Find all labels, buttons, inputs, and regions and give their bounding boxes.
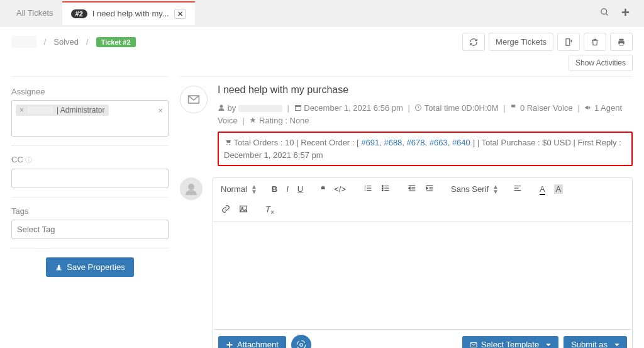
breadcrumb-ticket-badge: Ticket #2 bbox=[96, 37, 136, 47]
search-icon[interactable] bbox=[600, 8, 609, 19]
reply-editor: Normal ▲▼ B I U ❝ </> 123 bbox=[213, 177, 633, 348]
order-link[interactable]: #640 bbox=[452, 138, 470, 147]
indent-button[interactable] bbox=[422, 182, 437, 196]
svg-rect-3 bbox=[622, 11, 629, 13]
flag-icon bbox=[510, 104, 518, 111]
editor-body[interactable] bbox=[213, 222, 632, 329]
ai-assist-button[interactable] bbox=[291, 335, 311, 348]
close-tab-icon[interactable]: ✕ bbox=[174, 9, 186, 19]
svg-rect-39 bbox=[240, 206, 247, 212]
bold-button[interactable]: B bbox=[269, 182, 280, 196]
ticket-meta: by | December 1, 2021 6:56 pm | Total ti… bbox=[218, 102, 633, 126]
breadcrumb-root[interactable] bbox=[11, 36, 36, 48]
breadcrumb-separator: / bbox=[86, 37, 89, 47]
svg-rect-42 bbox=[227, 344, 233, 345]
svg-rect-8 bbox=[56, 269, 62, 270]
quote-button[interactable]: ❝ bbox=[318, 182, 328, 196]
link-button[interactable] bbox=[218, 203, 233, 217]
tab-active-ticket[interactable]: #2 I need help with my... ✕ bbox=[62, 1, 195, 25]
svg-text:3: 3 bbox=[364, 189, 366, 192]
print-button[interactable] bbox=[610, 33, 633, 51]
save-properties-button[interactable]: Save Properties bbox=[46, 257, 134, 277]
cc-input[interactable] bbox=[11, 169, 169, 188]
ticket-content: I need help with my purchase by | Decemb… bbox=[180, 76, 633, 348]
tags-label: Tags bbox=[11, 206, 169, 216]
sidebar: Assignee × | Administrator × CC ⓘ Tags S… bbox=[11, 76, 169, 348]
background-color-button[interactable]: A bbox=[551, 182, 567, 196]
delete-button[interactable] bbox=[584, 33, 606, 51]
svg-point-15 bbox=[188, 184, 194, 190]
svg-point-25 bbox=[382, 186, 383, 187]
clear-assignee-icon[interactable]: × bbox=[158, 106, 163, 115]
divider bbox=[11, 197, 169, 198]
svg-point-9 bbox=[220, 105, 223, 108]
svg-point-13 bbox=[226, 144, 228, 145]
outdent-button[interactable] bbox=[404, 182, 419, 196]
align-button[interactable] bbox=[510, 182, 525, 196]
underline-button[interactable]: U bbox=[294, 182, 306, 196]
picker-arrows-icon: ▲▼ bbox=[251, 184, 257, 194]
show-activities-button[interactable]: Show Activities bbox=[569, 55, 633, 71]
tags-input[interactable] bbox=[11, 220, 169, 239]
order-link[interactable]: #691 bbox=[361, 138, 379, 147]
submit-as-button[interactable]: Submit as bbox=[564, 336, 627, 348]
tab-all-tickets[interactable]: All Tickets bbox=[8, 2, 62, 24]
order-link[interactable]: #678 bbox=[407, 138, 425, 147]
add-icon[interactable] bbox=[621, 8, 630, 19]
star-icon bbox=[249, 116, 257, 124]
ticket-number-badge: #2 bbox=[71, 9, 87, 18]
picker-arrows-icon: ▲▼ bbox=[492, 184, 499, 194]
remove-chip-icon[interactable]: × bbox=[19, 106, 24, 115]
breadcrumb-status[interactable]: Solved bbox=[53, 37, 79, 47]
tab-label: I need help with my... bbox=[92, 9, 169, 18]
heading-picker[interactable]: Normal bbox=[218, 183, 250, 195]
reply-avatar bbox=[180, 177, 203, 200]
editor-footer: Attachment Select Template Submit as bbox=[213, 329, 632, 348]
breadcrumb-separator: / bbox=[44, 37, 47, 47]
select-template-button[interactable]: Select Template bbox=[462, 336, 558, 348]
editor-toolbar: Normal ▲▼ B I U ❝ </> 123 bbox=[213, 178, 632, 222]
svg-point-26 bbox=[382, 188, 383, 189]
info-icon: ⓘ bbox=[25, 156, 32, 164]
assignee-select[interactable]: × | Administrator × bbox=[11, 100, 169, 137]
ticket-title: I need help with my purchase bbox=[218, 84, 633, 96]
ordered-list-button[interactable]: 123 bbox=[360, 182, 375, 196]
toolbar: / Solved / Ticket #2 Merge Tickets bbox=[0, 26, 644, 57]
code-button[interactable]: </> bbox=[331, 182, 349, 196]
svg-rect-4 bbox=[566, 38, 570, 45]
orders-info-box: Total Orders : 10 | Recent Order : [ #69… bbox=[218, 132, 633, 166]
text-color-button[interactable]: A bbox=[536, 182, 548, 196]
clock-icon bbox=[414, 104, 422, 111]
cart-icon bbox=[224, 138, 231, 146]
svg-point-27 bbox=[382, 190, 383, 191]
svg-point-0 bbox=[601, 8, 607, 14]
image-button[interactable] bbox=[236, 203, 251, 217]
svg-rect-5 bbox=[619, 38, 624, 40]
megaphone-icon bbox=[584, 104, 592, 111]
svg-line-1 bbox=[606, 13, 608, 15]
envelope-icon bbox=[180, 86, 208, 113]
attachment-button[interactable]: Attachment bbox=[218, 336, 286, 348]
clone-button[interactable] bbox=[557, 33, 580, 51]
svg-point-43 bbox=[300, 343, 303, 346]
order-link[interactable]: #663 bbox=[430, 138, 448, 147]
clear-format-button[interactable]: T× bbox=[262, 203, 277, 218]
cc-label: CC ⓘ bbox=[11, 155, 169, 165]
assignee-label: Assignee bbox=[11, 87, 169, 96]
assignee-chip-label: | Administrator bbox=[57, 106, 104, 115]
tab-bar: All Tickets #2 I need help with my... ✕ bbox=[0, 0, 644, 26]
svg-rect-7 bbox=[619, 43, 623, 45]
font-picker[interactable]: Sans Serif bbox=[448, 183, 491, 195]
divider bbox=[11, 145, 169, 146]
italic-button[interactable]: I bbox=[283, 182, 292, 196]
refresh-button[interactable] bbox=[462, 33, 485, 51]
assignee-chip[interactable]: × | Administrator bbox=[16, 104, 109, 116]
svg-point-14 bbox=[229, 144, 230, 145]
redacted-user bbox=[238, 105, 282, 112]
divider bbox=[11, 248, 169, 249]
order-link[interactable]: #688 bbox=[384, 138, 402, 147]
merge-tickets-button[interactable]: Merge Tickets bbox=[489, 33, 553, 51]
svg-rect-11 bbox=[295, 106, 301, 108]
unordered-list-button[interactable] bbox=[378, 182, 393, 196]
calendar-icon bbox=[294, 104, 302, 111]
